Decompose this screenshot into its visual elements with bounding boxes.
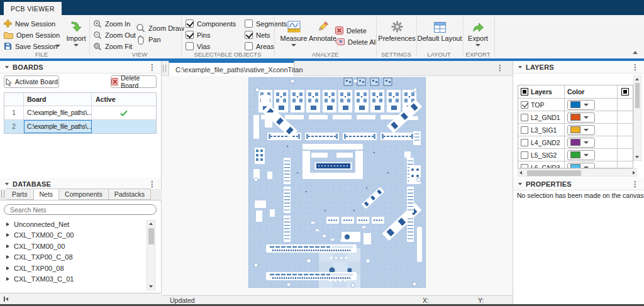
expand-net-icon[interactable] bbox=[6, 222, 9, 226]
search-nets-input[interactable] bbox=[4, 204, 157, 215]
properties-menu-icon[interactable] bbox=[631, 180, 639, 188]
layer-visibility-checkbox[interactable] bbox=[521, 101, 528, 109]
board-row-2[interactable]: 2 C:\example_file_paths\... bbox=[4, 119, 156, 133]
tab-overflow-grip-icon[interactable] bbox=[1, 190, 4, 198]
scroll-up-icon[interactable] bbox=[635, 78, 639, 80]
activate-board-button[interactable]: Activate Board bbox=[4, 75, 59, 88]
layer-row-top[interactable]: TOP bbox=[518, 98, 633, 111]
delete-all-button[interactable]: Delete All bbox=[335, 36, 377, 47]
save-session-dropdown-icon[interactable] bbox=[55, 45, 60, 47]
boards-menu-icon[interactable] bbox=[148, 63, 156, 71]
collapse-ribbon-icon[interactable] bbox=[633, 51, 638, 54]
scroll-home-icon[interactable] bbox=[4, 297, 5, 302]
select-all-layers-checkbox[interactable] bbox=[521, 88, 528, 96]
database-menu-icon[interactable] bbox=[148, 180, 156, 188]
nets-checkbox[interactable]: Nets bbox=[245, 30, 270, 40]
collapse-database-icon[interactable] bbox=[5, 183, 9, 185]
document-tab[interactable]: C:\example_file_paths\native_XconnTitan bbox=[169, 61, 294, 76]
net-list-item[interactable]: CXL_TXP00_08 bbox=[0, 263, 146, 274]
delete-button[interactable]: Delete bbox=[335, 25, 367, 36]
layer-color-dropdown[interactable] bbox=[567, 125, 595, 135]
scrollbar-thumb[interactable] bbox=[635, 83, 640, 108]
tab-padstacks[interactable]: Padstacks bbox=[109, 189, 151, 200]
boards-panel-header[interactable]: BOARDS bbox=[0, 61, 161, 74]
layer-color-dropdown[interactable] bbox=[567, 163, 595, 169]
vias-checkbox[interactable]: Vias bbox=[186, 41, 210, 52]
expand-net-icon[interactable] bbox=[6, 244, 9, 248]
preferences-button[interactable]: Preferences bbox=[378, 18, 416, 42]
scroll-down-icon[interactable] bbox=[635, 156, 639, 158]
new-session-button[interactable]: New Session bbox=[4, 18, 55, 29]
export-button[interactable]: Export bbox=[464, 18, 492, 46]
annotate-button[interactable]: Annotate bbox=[308, 18, 338, 42]
tab-components[interactable]: Components bbox=[59, 189, 109, 200]
expand-net-icon[interactable] bbox=[6, 233, 9, 237]
collapse-properties-icon[interactable] bbox=[518, 183, 522, 185]
zoom-out-button[interactable]: Zoom Out bbox=[93, 30, 136, 40]
scroll-left-icon[interactable] bbox=[6, 297, 8, 301]
import-button[interactable]: Import bbox=[64, 18, 89, 46]
net-list-item[interactable]: CXL_TXP00_C_08 bbox=[0, 252, 146, 263]
expand-net-icon[interactable] bbox=[6, 277, 9, 281]
default-layout-icon bbox=[434, 22, 446, 33]
scrollbar-thumb[interactable] bbox=[527, 170, 581, 176]
board-row-1-path[interactable]: C:\example_file_paths\... bbox=[24, 106, 92, 119]
layers-horizontal-scrollbar[interactable] bbox=[518, 168, 637, 177]
net-list-item[interactable]: CXL_TXM00_C_00 bbox=[0, 230, 146, 241]
layer-color-dropdown[interactable] bbox=[567, 150, 595, 160]
delete-board-button[interactable]: Delete Board bbox=[111, 75, 157, 88]
net-list-item[interactable]: CXL_TXM00_00 bbox=[0, 241, 146, 252]
layer-color-dropdown[interactable] bbox=[567, 100, 595, 110]
pcb-canvas[interactable] bbox=[162, 76, 513, 295]
pins-checkbox[interactable]: Pins bbox=[186, 30, 210, 40]
scrollbar-thumb[interactable] bbox=[148, 228, 154, 244]
pcb-board-image[interactable] bbox=[248, 77, 426, 288]
tab-nets[interactable]: Nets bbox=[34, 189, 60, 200]
layer-visibility-checkbox[interactable] bbox=[521, 126, 528, 134]
collapse-boards-icon[interactable] bbox=[5, 66, 9, 68]
scroll-left-icon[interactable] bbox=[519, 171, 522, 175]
layer-visibility-checkbox[interactable] bbox=[521, 164, 528, 169]
areas-checkbox[interactable]: Areas bbox=[245, 41, 274, 52]
zoom-draw-button[interactable]: Zoom Draw bbox=[136, 23, 184, 33]
board-row-1[interactable]: 1 C:\example_file_paths\... bbox=[4, 106, 156, 119]
layer-row-l4-gnd2[interactable]: L4_GND2 bbox=[518, 136, 633, 148]
layer-row-l6-gnd3[interactable]: L6_GND3 bbox=[518, 161, 633, 168]
save-session-button[interactable]: Save Session bbox=[4, 41, 57, 52]
zoom-fit-button[interactable]: Zoom Fit bbox=[93, 41, 132, 52]
column-filter-checkbox[interactable] bbox=[621, 88, 629, 96]
layer-visibility-checkbox[interactable] bbox=[521, 114, 528, 121]
properties-panel-header[interactable]: PROPERTIES bbox=[513, 178, 644, 190]
open-session-button[interactable]: Open Session bbox=[4, 30, 60, 40]
components-checkbox[interactable]: Components bbox=[186, 18, 236, 29]
layer-row-l3-sig1[interactable]: L3_SIG1 bbox=[518, 123, 633, 136]
layer-visibility-checkbox[interactable] bbox=[521, 151, 528, 159]
layers-menu-icon[interactable] bbox=[631, 63, 639, 71]
tab-parts[interactable]: Parts bbox=[6, 189, 34, 200]
expand-net-icon[interactable] bbox=[6, 266, 9, 270]
expand-net-icon[interactable] bbox=[6, 255, 9, 259]
tab-pcb-viewer[interactable]: PCB VIEWER bbox=[4, 2, 62, 15]
scroll-down-icon[interactable] bbox=[149, 285, 153, 288]
layer-color-dropdown[interactable] bbox=[567, 138, 595, 148]
nets-vertical-scrollbar[interactable] bbox=[147, 220, 155, 290]
net-list-item[interactable]: CXL_TXM03_C_01 bbox=[0, 274, 146, 285]
collapse-layers-icon[interactable] bbox=[518, 66, 522, 68]
pan-button[interactable]: Pan bbox=[136, 34, 161, 45]
default-layout-button[interactable]: Default Layout bbox=[416, 18, 464, 42]
net-list-item[interactable]: Unconnected_Net bbox=[0, 219, 146, 230]
tabstrip-grip-icon[interactable] bbox=[163, 65, 166, 72]
canvas-menu-icon[interactable] bbox=[496, 64, 504, 72]
measure-button[interactable]: Measure bbox=[279, 18, 309, 46]
layers-panel-header[interactable]: LAYERS bbox=[513, 61, 644, 74]
scroll-right-icon[interactable] bbox=[633, 171, 635, 175]
layer-row-l2-gnd1[interactable]: L2_GND1 bbox=[518, 111, 633, 123]
board-row-2-path[interactable]: C:\example_file_paths\... bbox=[24, 120, 92, 133]
nets-horizontal-scrollbar[interactable] bbox=[0, 293, 162, 304]
scroll-up-icon[interactable] bbox=[149, 222, 153, 225]
layers-vertical-scrollbar[interactable] bbox=[633, 75, 641, 161]
layer-row-l5-sig2[interactable]: L5_SIG2 bbox=[518, 148, 633, 161]
zoom-in-button[interactable]: Zoom In bbox=[93, 18, 130, 29]
layer-visibility-checkbox[interactable] bbox=[521, 139, 528, 146]
layer-color-dropdown[interactable] bbox=[567, 112, 595, 123]
